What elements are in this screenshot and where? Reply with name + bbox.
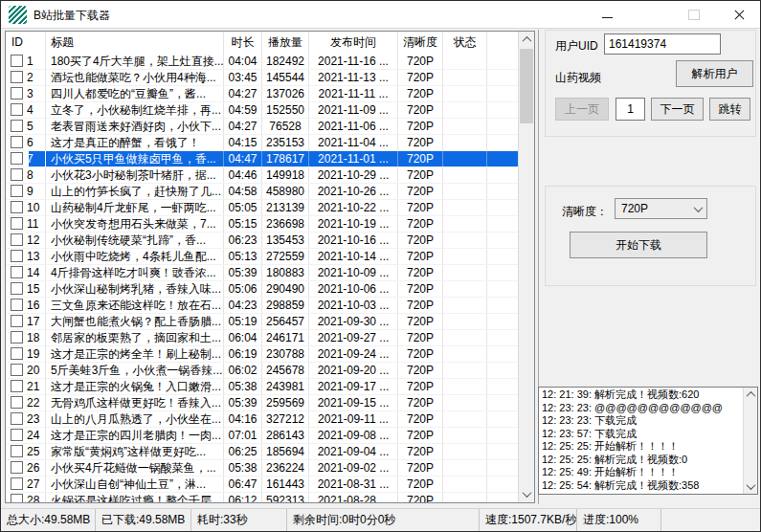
- column-header[interactable]: ID: [6, 32, 46, 54]
- table-row[interactable]: 23山上的八月瓜熟透了，小伙坐在...04:163272122021-09-11…: [6, 411, 518, 428]
- row-checkbox[interactable]: [11, 477, 23, 490]
- row-plays: 178617: [262, 151, 309, 166]
- row-checkbox[interactable]: [11, 120, 23, 132]
- row-checkbox[interactable]: [11, 250, 23, 262]
- row-checkbox[interactable]: [11, 412, 23, 425]
- table-row[interactable]: 6这才是真正的醉蟹，看饿了！04:152351532021-11-04 ...7…: [6, 135, 518, 151]
- table-row[interactable]: 19这才是正宗的烤全羊！刷上秘制...06:192307882021-09-24…: [6, 346, 518, 363]
- table-row[interactable]: 205斤美蛙3斤鱼，小伙煮一锅香辣...06:022456782021-09-2…: [6, 363, 518, 379]
- close-button[interactable]: [720, 1, 758, 28]
- row-checkbox[interactable]: [11, 429, 23, 441]
- table-row[interactable]: 18邻居家的板栗熟了，摘回家和土...06:042461712021-09-27…: [6, 330, 518, 346]
- row-checkbox[interactable]: [11, 494, 23, 502]
- table-row[interactable]: 22无骨鸡爪这样做更好吃！香辣入...05:392595692021-09-15…: [6, 395, 518, 411]
- table-scrollbar[interactable]: [518, 32, 534, 502]
- table-row[interactable]: 16三文鱼原来还能这样吃！放在石...04:232988592021-10-03…: [6, 298, 518, 314]
- row-filler: [487, 330, 518, 345]
- row-duration: 05:38: [224, 379, 262, 394]
- table-row[interactable]: 9山上的竹笋长疯了，赶快掰了几...04:584589802021-10-26 …: [6, 184, 518, 200]
- next-page-button[interactable]: 下一页: [651, 98, 704, 121]
- row-checkbox[interactable]: [11, 71, 23, 83]
- column-header[interactable]: 时长: [224, 32, 262, 54]
- table-row[interactable]: 13小伙雨中吃烧烤，4条耗儿鱼配...05:132725592021-10-14…: [6, 249, 518, 265]
- table-row[interactable]: 2酒坛也能做菜吃？小伙用4种海...03:451455442021-11-13 …: [6, 70, 518, 86]
- row-status: [443, 493, 487, 502]
- uid-input[interactable]: [604, 33, 721, 55]
- row-duration: 04:46: [224, 167, 262, 183]
- row-checkbox[interactable]: [11, 347, 23, 360]
- quality-dropdown[interactable]: 720P: [615, 198, 707, 219]
- table-row[interactable]: 3四川人都爱吃的“豆瓣鱼”，酱...04:271370262021-11-11 …: [6, 86, 518, 102]
- row-checkbox[interactable]: [11, 136, 23, 148]
- table-row[interactable]: 21这才是正宗的火锅兔！入口嫩滑...05:382439812021-09-17…: [6, 379, 518, 395]
- status-segment: 总大小:49.58MB: [1, 509, 96, 531]
- table-row[interactable]: 8小伙花3小时秘制茶叶猪肝，据...04:461499182021-10-29 …: [6, 167, 518, 184]
- row-checkbox[interactable]: [11, 461, 23, 474]
- row-checkbox[interactable]: [11, 201, 23, 213]
- table-row[interactable]: 1180买了4斤大羊腿，架上灶直接...04:041824922021-11-1…: [6, 54, 518, 70]
- row-date: 2021-11-01 ...: [309, 151, 398, 166]
- row-plays: 298859: [262, 298, 309, 313]
- column-header[interactable]: 播放量: [262, 32, 309, 54]
- row-filler: [487, 281, 518, 297]
- row-checkbox[interactable]: [11, 266, 23, 278]
- scrollbar-thumb[interactable]: [520, 49, 533, 123]
- start-download-button[interactable]: 开始下载: [570, 232, 707, 258]
- row-status: [443, 265, 487, 280]
- row-checkbox[interactable]: [11, 185, 23, 197]
- row-duration: 04:59: [224, 102, 262, 118]
- row-filler: [487, 477, 518, 492]
- prev-page-button[interactable]: 上一页: [555, 98, 609, 121]
- row-title: 三文鱼原来还能这样吃！放在石...: [46, 298, 224, 313]
- table-row[interactable]: 11小伙突发奇想用石头来做菜，7...05:152366982021-10-19…: [6, 216, 518, 233]
- table-row[interactable]: 12小伙秘制传统硬菜“扎蹄”，香...06:231354532021-10-16…: [6, 233, 518, 249]
- row-checkbox[interactable]: [11, 331, 23, 344]
- table-row[interactable]: 15小伙深山秘制烤乳猪，香辣入味...05:062904902021-10-06…: [6, 281, 518, 298]
- row-checkbox[interactable]: [11, 152, 23, 165]
- table-row[interactable]: 10山药秘制4斤龙虾尾，一虾两吃...05:052131392021-10-22…: [6, 200, 518, 216]
- jump-page-button[interactable]: 跳转: [709, 98, 750, 121]
- row-date: 2021-09-15 ...: [309, 395, 398, 410]
- row-checkbox[interactable]: [11, 364, 23, 376]
- table-row[interactable]: 5老表冒雨送来好酒好肉，小伙下...04:27765282021-11-06 .…: [6, 119, 518, 135]
- row-title: 邻居家的板栗熟了，摘回家和土...: [46, 330, 224, 345]
- table-row[interactable]: 4立冬了，小伙秘制红烧羊排，再...04:591525502021-11-09 …: [6, 102, 518, 119]
- minimize-button[interactable]: [588, 1, 626, 28]
- parse-user-button[interactable]: 解析用户: [676, 60, 753, 87]
- page-number-input[interactable]: [616, 98, 645, 121]
- table-row[interactable]: 17大闸蟹也能煮火锅？配上香肠腊...05:192564572021-09-30…: [6, 314, 518, 330]
- row-checkbox[interactable]: [11, 103, 23, 116]
- table-row[interactable]: 26小伙买4斤花鲢做一锅酸菜鱼，...05:382362242021-09-02…: [6, 460, 518, 477]
- row-checkbox[interactable]: [11, 445, 23, 457]
- scroll-up-icon[interactable]: [519, 32, 534, 48]
- table-row[interactable]: 144斤排骨这样吃才叫爽！豉香浓...05:391808832021-10-09…: [6, 265, 518, 281]
- table-row[interactable]: 28火锅还是这样吃过瘾！整个千层...06:125923132021-08-28…: [6, 493, 518, 502]
- column-header[interactable]: 发布时间: [309, 32, 398, 54]
- maximize-button[interactable]: [675, 1, 713, 28]
- table-row[interactable]: 7小伙买5只甲鱼做辣卤甲鱼，香...04:471786172021-11-01 …: [6, 151, 518, 167]
- row-checkbox[interactable]: [11, 396, 23, 409]
- row-id: 11: [27, 216, 38, 232]
- log-scrollbar[interactable]: [743, 388, 757, 494]
- row-checkbox[interactable]: [11, 299, 23, 311]
- row-date: 2021-09-04 ...: [309, 444, 398, 459]
- row-checkbox[interactable]: [11, 55, 23, 67]
- row-checkbox[interactable]: [11, 315, 23, 327]
- row-checkbox[interactable]: [11, 380, 23, 392]
- table-row[interactable]: 27小伙深山自创“神仙土豆”，淋...06:471614432021-08-31…: [6, 477, 518, 493]
- maximize-icon: [688, 10, 700, 20]
- table-row[interactable]: 25家常版“黄焖鸡”这样做更好吃...06:251856942021-09-04…: [6, 444, 518, 460]
- column-header[interactable]: 状态: [443, 32, 487, 54]
- log-scroll-down-icon[interactable]: [744, 479, 757, 494]
- row-plays: 76528: [262, 119, 309, 134]
- column-header[interactable]: 清晰度: [398, 32, 443, 54]
- row-checkbox[interactable]: [11, 282, 23, 295]
- row-checkbox[interactable]: [11, 217, 23, 230]
- row-checkbox[interactable]: [11, 87, 23, 100]
- log-scroll-up-icon[interactable]: [744, 388, 757, 402]
- row-checkbox[interactable]: [11, 233, 23, 246]
- table-row[interactable]: 24这才是正宗的四川老腊肉！一肉...07:012861432021-09-08…: [6, 428, 518, 444]
- row-checkbox[interactable]: [11, 168, 23, 181]
- scroll-down-icon[interactable]: [519, 486, 534, 502]
- column-header[interactable]: 标题: [46, 32, 224, 54]
